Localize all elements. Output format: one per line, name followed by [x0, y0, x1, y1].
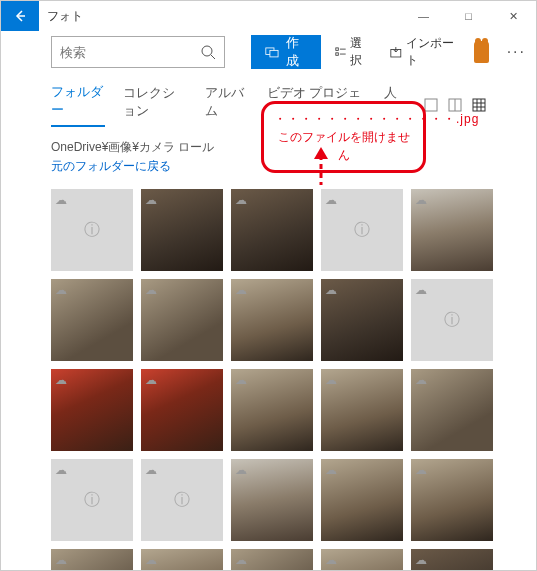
- photo-placeholder[interactable]: ☁ⓘ: [411, 279, 493, 361]
- cloud-icon: ☁: [55, 373, 67, 387]
- annotation-arrow-icon: [311, 147, 331, 187]
- info-icon: ⓘ: [84, 490, 100, 511]
- maximize-button[interactable]: □: [446, 1, 491, 31]
- window-controls: — □ ✕: [401, 1, 536, 31]
- photo-thumbnail[interactable]: ☁: [411, 549, 493, 571]
- titlebar: フォト — □ ✕: [1, 1, 536, 31]
- tab-album[interactable]: アルバム: [205, 84, 248, 126]
- photo-thumbnail[interactable]: ☁: [231, 369, 313, 451]
- select-label: 選択: [350, 35, 370, 69]
- photo-thumbnail[interactable]: ☁: [141, 369, 223, 451]
- create-icon: [265, 44, 280, 60]
- create-button[interactable]: 作成: [251, 35, 321, 69]
- cloud-icon: ☁: [325, 193, 337, 207]
- svg-rect-4: [336, 48, 338, 50]
- search-icon: [200, 44, 216, 60]
- info-icon: ⓘ: [444, 310, 460, 331]
- cloud-icon: ☁: [145, 553, 157, 567]
- cloud-icon: ☁: [235, 373, 247, 387]
- photo-thumbnail[interactable]: ☁: [51, 549, 133, 571]
- photo-placeholder[interactable]: ☁ⓘ: [51, 189, 133, 271]
- toolbar: 作成 選択 インポート ···: [1, 31, 536, 73]
- arrow-left-icon: [12, 8, 28, 24]
- cloud-icon: ☁: [235, 193, 247, 207]
- info-icon: ⓘ: [84, 220, 100, 241]
- back-to-folder-link[interactable]: 元のフォルダーに戻る: [51, 158, 171, 175]
- cloud-icon: ☁: [145, 463, 157, 477]
- photo-thumbnail[interactable]: ☁: [231, 279, 313, 361]
- photo-placeholder[interactable]: ☁ⓘ: [321, 189, 403, 271]
- cloud-icon: ☁: [145, 193, 157, 207]
- svg-rect-9: [425, 99, 437, 111]
- close-button[interactable]: ✕: [491, 1, 536, 31]
- photo-thumbnail[interactable]: ☁: [51, 279, 133, 361]
- cloud-icon: ☁: [325, 463, 337, 477]
- cloud-icon: ☁: [145, 373, 157, 387]
- cloud-icon: ☁: [55, 463, 67, 477]
- svg-rect-3: [270, 50, 278, 57]
- cloud-icon: ☁: [55, 193, 67, 207]
- cloud-icon: ☁: [235, 463, 247, 477]
- cloud-icon: ☁: [415, 283, 427, 297]
- cloud-icon: ☁: [55, 283, 67, 297]
- window-title: フォト: [47, 8, 401, 25]
- select-button[interactable]: 選択: [329, 35, 376, 69]
- photo-thumbnail[interactable]: ☁: [51, 369, 133, 451]
- cloud-icon: ☁: [145, 283, 157, 297]
- photo-thumbnail[interactable]: ☁: [321, 279, 403, 361]
- photo-thumbnail[interactable]: ☁: [411, 369, 493, 451]
- info-icon: ⓘ: [354, 220, 370, 241]
- photo-thumbnail[interactable]: ☁: [231, 549, 313, 571]
- info-icon: ⓘ: [174, 490, 190, 511]
- photo-grid: ☁ⓘ☁☁☁ⓘ☁☁☁☁☁☁ⓘ☁☁☁☁☁☁ⓘ☁ⓘ☁☁☁☁☁☁☁☁: [51, 189, 486, 571]
- cloud-icon: ☁: [55, 553, 67, 567]
- annotation-message: このファイルを開けません: [274, 128, 413, 164]
- photo-thumbnail[interactable]: ☁: [231, 459, 313, 541]
- search-box[interactable]: [51, 36, 225, 68]
- photo-thumbnail[interactable]: ☁: [321, 459, 403, 541]
- error-annotation: ・・・・・・・・・・・・・・.jpg このファイルを開けません: [261, 101, 426, 173]
- photo-thumbnail[interactable]: ☁: [321, 369, 403, 451]
- more-button[interactable]: ···: [497, 43, 536, 61]
- import-label: インポート: [406, 35, 456, 69]
- cloud-icon: ☁: [325, 373, 337, 387]
- select-icon: [335, 45, 347, 59]
- cloud-icon: ☁: [235, 553, 247, 567]
- import-button[interactable]: インポート: [384, 35, 461, 69]
- photo-thumbnail[interactable]: ☁: [411, 189, 493, 271]
- tab-collection[interactable]: コレクション: [123, 84, 188, 126]
- annotation-filename: ・・・・・・・・・・・・・・.jpg: [274, 110, 413, 128]
- content-area: OneDrive¥画像¥カメラ ロール 元のフォルダーに戻る ☁ⓘ☁☁☁ⓘ☁☁☁…: [1, 127, 536, 571]
- photo-thumbnail[interactable]: ☁: [321, 549, 403, 571]
- cloud-icon: ☁: [235, 283, 247, 297]
- svg-point-0: [202, 46, 212, 56]
- view-mode-group: [424, 98, 486, 112]
- photo-placeholder[interactable]: ☁ⓘ: [51, 459, 133, 541]
- view-split-icon[interactable]: [448, 98, 462, 112]
- svg-marker-18: [314, 147, 328, 159]
- import-icon: [390, 45, 402, 59]
- photo-thumbnail[interactable]: ☁: [411, 459, 493, 541]
- create-label: 作成: [286, 34, 307, 70]
- view-single-icon[interactable]: [424, 98, 438, 112]
- photo-thumbnail[interactable]: ☁: [141, 189, 223, 271]
- svg-line-1: [211, 55, 215, 59]
- back-button[interactable]: [1, 1, 39, 31]
- svg-rect-6: [336, 53, 338, 55]
- photo-placeholder[interactable]: ☁ⓘ: [141, 459, 223, 541]
- view-grid-icon[interactable]: [472, 98, 486, 112]
- tab-folder[interactable]: フォルダー: [51, 83, 105, 127]
- cloud-icon: ☁: [415, 373, 427, 387]
- cloud-icon: ☁: [325, 283, 337, 297]
- minimize-button[interactable]: —: [401, 1, 446, 31]
- cloud-icon: ☁: [325, 553, 337, 567]
- cloud-icon: ☁: [415, 463, 427, 477]
- svg-rect-12: [473, 99, 485, 111]
- cloud-icon: ☁: [415, 553, 427, 567]
- cloud-icon: ☁: [415, 193, 427, 207]
- avatar-icon[interactable]: [474, 41, 489, 63]
- photo-thumbnail[interactable]: ☁: [141, 279, 223, 361]
- photo-thumbnail[interactable]: ☁: [141, 549, 223, 571]
- photo-thumbnail[interactable]: ☁: [231, 189, 313, 271]
- search-input[interactable]: [60, 45, 200, 60]
